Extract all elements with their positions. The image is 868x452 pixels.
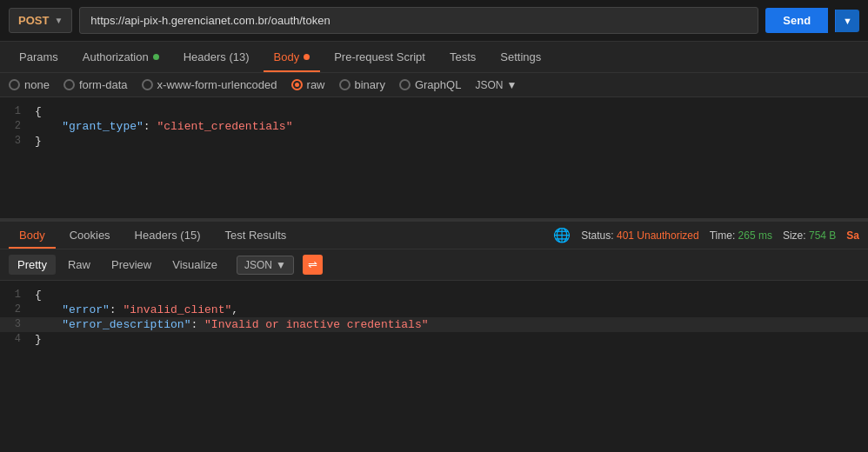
method-select[interactable]: POST ▼ <box>9 8 72 33</box>
subtab-binary-radio <box>339 79 351 90</box>
subtab-none-label: none <box>24 78 50 91</box>
send-button[interactable]: Send <box>765 8 828 33</box>
subtab-raw[interactable]: raw <box>291 78 325 91</box>
resp-key-1: "error" <box>35 303 110 316</box>
resp-linenum-4: 4 <box>0 333 35 345</box>
resp-line-2: 2 "error": "invalid_client", <box>0 302 868 317</box>
fmt-tab-preview-label: Preview <box>111 258 151 271</box>
tab-prerequest-label: Pre-request Script <box>334 50 425 63</box>
subtab-graphql-label: GraphQL <box>415 78 461 91</box>
body-subtabs: none form-data x-www-form-urlencoded raw… <box>0 73 868 97</box>
tab-tests[interactable]: Tests <box>439 42 486 72</box>
req-val-1: "client_credentials" <box>157 120 292 133</box>
json-format-label: JSON <box>475 79 503 91</box>
tab-body[interactable]: Body <box>264 42 321 72</box>
method-label: POST <box>18 14 49 27</box>
subtab-none[interactable]: none <box>9 78 50 91</box>
req-code-2: "grant_type": "client_credentials" <box>35 120 868 133</box>
status-value: 401 Unauthorized <box>617 229 699 242</box>
req-linenum-2: 2 <box>0 120 35 132</box>
req-line-1: 1 { <box>0 104 868 119</box>
resp-linenum-2: 2 <box>0 303 35 316</box>
subtab-graphql[interactable]: GraphQL <box>399 78 461 91</box>
fmt-tab-raw[interactable]: Raw <box>59 255 99 275</box>
time-value: 265 ms <box>738 229 772 242</box>
tab-authorization-label: Authorization <box>83 50 149 63</box>
request-code-editor[interactable]: 1 { 2 "grant_type": "client_credentials"… <box>0 97 868 219</box>
resp-code-1: { <box>35 289 868 302</box>
subtab-binary[interactable]: binary <box>339 78 385 91</box>
tab-params-label: Params <box>19 50 58 63</box>
subtab-binary-label: binary <box>355 78 385 91</box>
req-line-2: 2 "grant_type": "client_credentials" <box>0 119 868 134</box>
tab-params[interactable]: Params <box>9 42 69 72</box>
req-linenum-3: 3 <box>0 135 35 147</box>
resp-code-4: } <box>35 333 868 346</box>
authorization-dot-icon <box>153 54 159 60</box>
resp-line-1: 1 { <box>0 288 868 302</box>
subtab-graphql-radio <box>399 79 411 90</box>
resp-colon-2: : <box>190 318 204 331</box>
resp-tab-headers[interactable]: Headers (15) <box>124 222 211 249</box>
send-dropdown-button[interactable]: ▼ <box>835 10 859 32</box>
resp-val-1: "invalid_client" <box>123 303 231 316</box>
subtab-none-radio <box>9 79 20 90</box>
subtab-urlencoded-label: x-www-form-urlencoded <box>157 78 277 91</box>
fmt-tab-raw-label: Raw <box>68 258 90 271</box>
subtab-raw-label: raw <box>307 78 325 91</box>
time-label: Time: 265 ms <box>710 229 772 242</box>
req-linenum-1: 1 <box>0 105 35 117</box>
resp-json-dropdown[interactable]: JSON ▼ <box>237 256 294 275</box>
response-code-editor[interactable]: 1 { 2 "error": "invalid_client", 3 "erro… <box>0 281 868 354</box>
resp-line-3: 3 "error_description": "Invalid or inact… <box>0 317 868 332</box>
resp-tab-headers-label: Headers (15) <box>135 229 201 242</box>
subtab-urlencoded[interactable]: x-www-form-urlencoded <box>142 78 277 91</box>
response-format-tabs: Pretty Raw Preview Visualize JSON ▼ ⇌ <box>0 249 868 281</box>
req-colon-1: : <box>144 120 157 133</box>
resp-tab-testresults[interactable]: Test Results <box>214 222 297 249</box>
resp-val-2: "Invalid or inactive credentials" <box>204 318 428 331</box>
resp-line-4: 4 } <box>0 332 868 347</box>
size-value: 754 B <box>809 229 836 242</box>
top-bar: POST ▼ Send ▼ <box>0 0 868 42</box>
tab-tests-label: Tests <box>450 50 476 63</box>
fmt-tab-visualize[interactable]: Visualize <box>164 255 226 275</box>
tab-body-label: Body <box>274 50 300 63</box>
tab-headers-label: Headers (13) <box>184 50 250 63</box>
subtab-formdata-radio <box>63 79 75 90</box>
status-label: Status: 401 Unauthorized <box>581 229 698 242</box>
resp-colon-1: : <box>110 303 124 316</box>
req-code-3: } <box>35 135 868 148</box>
fmt-tab-preview[interactable]: Preview <box>103 255 160 275</box>
tab-authorization[interactable]: Authorization <box>72 42 170 72</box>
tab-prerequest[interactable]: Pre-request Script <box>324 42 436 72</box>
resp-json-arrow-icon: ▼ <box>276 259 286 271</box>
response-tabs-bar: Body Cookies Headers (15) Test Results 🌐… <box>0 222 868 249</box>
wrap-button[interactable]: ⇌ <box>303 255 323 275</box>
body-dot-icon <box>304 54 310 60</box>
req-line-3: 3 } <box>0 134 868 149</box>
size-label: Size: 754 B <box>783 229 836 242</box>
resp-tab-testresults-label: Test Results <box>224 229 286 242</box>
resp-tab-body[interactable]: Body <box>9 222 56 249</box>
globe-icon: 🌐 <box>553 227 571 243</box>
resp-tab-cookies[interactable]: Cookies <box>59 222 121 249</box>
subtab-formdata[interactable]: form-data <box>63 78 128 91</box>
resp-tab-body-label: Body <box>19 229 45 242</box>
resp-code-2: "error": "invalid_client", <box>35 303 868 316</box>
resp-linenum-1: 1 <box>0 289 35 301</box>
fmt-tab-pretty[interactable]: Pretty <box>9 255 56 275</box>
resp-json-label: JSON <box>244 259 272 271</box>
fmt-tab-visualize-label: Visualize <box>172 258 217 271</box>
tab-settings-label: Settings <box>500 50 541 63</box>
subtab-raw-radio <box>291 79 303 90</box>
tab-headers[interactable]: Headers (13) <box>173 42 260 72</box>
json-format-dropdown[interactable]: JSON ▼ <box>475 79 517 91</box>
resp-key-2: "error_description" <box>35 318 190 331</box>
req-code-1: { <box>35 105 868 118</box>
subtab-formdata-label: form-data <box>79 78 128 91</box>
tab-settings[interactable]: Settings <box>490 42 551 72</box>
url-input[interactable] <box>79 7 758 34</box>
resp-code-3: "error_description": "Invalid or inactiv… <box>35 318 868 331</box>
method-arrow-icon: ▼ <box>54 16 63 25</box>
